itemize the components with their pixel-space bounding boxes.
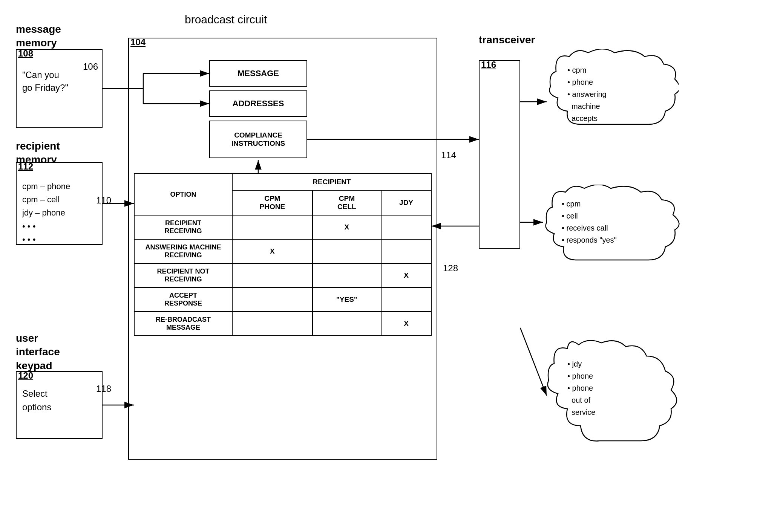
row4-cpm-phone xyxy=(232,287,313,312)
box-transceiver: 116 xyxy=(479,60,520,249)
cloud-1: • cpm• phone• answering machine accepts xyxy=(547,49,679,154)
message-memory-label: messagememory xyxy=(16,23,61,50)
table-row: ACCEPTRESPONSE "YES" xyxy=(134,287,431,312)
row1-cpm-cell: X xyxy=(313,215,382,239)
row3-cpm-cell xyxy=(313,263,382,287)
box-112-text: cpm – phonecpm – celljdy – phone• • •• •… xyxy=(17,168,102,257)
ref-120: 120 xyxy=(18,370,33,381)
addresses-label: ADDRESSES xyxy=(233,99,284,109)
table-row: RE-BROADCASTMESSAGE X xyxy=(134,312,431,336)
table-row: RECIPIENTRECEIVING X xyxy=(134,215,431,239)
row4-cpm-cell: "YES" xyxy=(313,287,382,312)
row2-option: ANSWERING MACHINERECEIVING xyxy=(134,239,232,263)
message-label: MESSAGE xyxy=(238,69,279,78)
transceiver-label: transceiver xyxy=(479,34,535,46)
cloud-3: • jdy• phone• phone out of service xyxy=(547,339,679,460)
diagram-container: messagememory 108 "Can yougo Friday?" re… xyxy=(0,0,783,532)
ref-108: 108 xyxy=(18,48,33,59)
cloud-2-text: • cpm• cell• receives call• responds "ye… xyxy=(552,190,626,254)
row5-jdy: X xyxy=(381,312,431,336)
row1-jdy xyxy=(381,215,431,239)
table-row: ANSWERING MACHINERECEIVING X xyxy=(134,239,431,263)
row1-cpm-phone xyxy=(232,215,313,239)
row3-cpm-phone xyxy=(232,263,313,287)
table-header-option: OPTION xyxy=(134,174,232,215)
user-interface-label: userinterfacekeypad xyxy=(16,332,60,373)
box-120: 120 Selectoptions xyxy=(16,371,103,439)
table-header-recipient: RECIPIENT xyxy=(232,174,431,190)
svg-text:114: 114 xyxy=(441,150,456,160)
row3-option: RECIPIENT NOTRECEIVING xyxy=(134,263,232,287)
row5-cpm-cell xyxy=(313,312,382,336)
row4-option: ACCEPTRESPONSE xyxy=(134,287,232,312)
box-addresses: ADDRESSES xyxy=(209,90,307,117)
ref-116: 116 xyxy=(481,60,496,70)
row2-cpm-phone: X xyxy=(232,239,313,263)
table-row: RECIPIENT NOTRECEIVING X xyxy=(134,263,431,287)
table-subheader-cpm-cell: CPMCELL xyxy=(313,190,382,215)
row5-option: RE-BROADCASTMESSAGE xyxy=(134,312,232,336)
ref-112: 112 xyxy=(18,161,33,172)
option-table: OPTION RECIPIENT CPMPHONE CPMCELL JDY RE… xyxy=(134,173,432,336)
broadcast-circuit-label: broadcast circuit xyxy=(185,13,267,26)
svg-text:128: 128 xyxy=(443,263,458,273)
box-108-text: "Can yougo Friday?" xyxy=(17,57,102,105)
table-subheader-jdy: JDY xyxy=(381,190,431,215)
row2-jdy xyxy=(381,239,431,263)
box-112: 112 cpm – phonecpm – celljdy – phone• • … xyxy=(16,162,103,245)
row3-jdy: X xyxy=(381,263,431,287)
cloud-3-text: • jdy• phone• phone out of service xyxy=(558,350,605,426)
box-108: 108 "Can yougo Friday?" xyxy=(16,49,103,128)
box-120-text: Selectoptions xyxy=(17,378,102,423)
table-subheader-cpm-phone: CPMPHONE xyxy=(232,190,313,215)
row4-jdy xyxy=(381,287,431,312)
ref-104: 104 xyxy=(130,37,146,47)
box-message: MESSAGE xyxy=(209,60,307,87)
box-compliance: COMPLIANCEINSTRUCTIONS xyxy=(209,121,307,158)
row5-cpm-phone xyxy=(232,312,313,336)
row1-option: RECIPIENTRECEIVING xyxy=(134,215,232,239)
row2-cpm-cell xyxy=(313,239,382,263)
cloud-2: • cpm• cell• receives call• responds "ye… xyxy=(543,185,682,286)
cloud-1-text: • cpm• phone• answering machine accepts xyxy=(558,57,616,132)
compliance-label: COMPLIANCEINSTRUCTIONS xyxy=(230,129,287,150)
svg-line-19 xyxy=(520,328,547,396)
